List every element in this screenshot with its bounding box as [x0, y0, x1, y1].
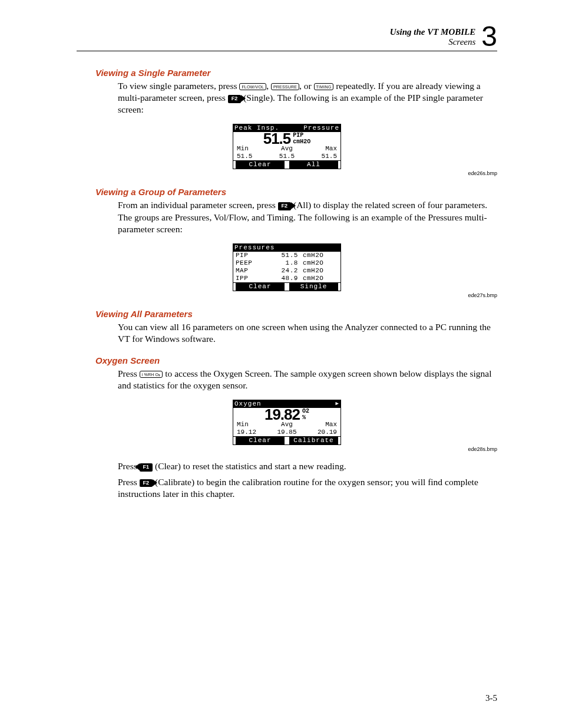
- para-oxygen-calibrate: Press F2 (Calibrate) to begin the calibr…: [118, 476, 495, 500]
- para-oxygen-clear: Press F1 (Clear) to reset the statistics…: [118, 460, 495, 472]
- key-f2: F2: [140, 479, 153, 487]
- arrow-right-icon: ▶: [336, 400, 339, 408]
- row-unit: cmH2O: [300, 259, 340, 267]
- lcd-big-value: 19.82: [265, 411, 300, 419]
- lcd-max-value: 20.19: [318, 429, 337, 436]
- figure-pressures-screen: Pressures PIP51.5cmH2O PEEP1.8cmH2O MAP2…: [233, 243, 341, 291]
- text: ,: [266, 81, 271, 91]
- para-oxygen-1: Press i %RH O₂ to access the Oxygen Scre…: [118, 368, 495, 391]
- header-subtitle: Screens: [77, 37, 497, 47]
- row-unit: cmH2O: [300, 267, 340, 275]
- lcd-title-right: Pressure: [303, 124, 339, 132]
- row-name: MAP: [233, 267, 267, 275]
- figure-caption-3: ede28s.bmp: [77, 446, 497, 452]
- row-name: PEEP: [233, 259, 267, 267]
- key-pressure: PRESSURE: [271, 83, 299, 90]
- text: Press: [118, 477, 140, 487]
- row-val: 24.2: [267, 267, 300, 275]
- lcd-unit: %: [302, 414, 306, 421]
- lcd-softkey-clear: Clear: [233, 161, 287, 169]
- row-unit: cmH2O: [300, 252, 340, 259]
- text: (Clear) to reset the statistics and star…: [153, 461, 346, 471]
- key-timing: TIMING: [314, 83, 334, 90]
- chapter-number: 3: [481, 25, 497, 48]
- text: , or: [299, 81, 314, 91]
- lcd-title: Oxygen: [234, 400, 262, 408]
- row-name: IPP: [233, 275, 267, 282]
- lcd-max-label: Max: [325, 421, 337, 429]
- row-val: 1.8: [267, 259, 300, 267]
- lcd-softkey-clear: Clear: [233, 437, 287, 444]
- lcd-title: Pressures: [234, 244, 275, 252]
- para-all: You can view all 16 parameters on one sc…: [118, 321, 495, 345]
- section-title-single: Viewing a Single Parameter: [95, 68, 497, 78]
- page-number: 3-5: [485, 693, 497, 703]
- lcd-param-table: PIP51.5cmH2O PEEP1.8cmH2O MAP24.2cmH2O I…: [233, 252, 340, 282]
- row-val: 48.9: [267, 275, 300, 282]
- key-f2: F2: [228, 95, 242, 103]
- text: From an individual parameter screen, pre…: [118, 200, 278, 210]
- section-title-group: Viewing a Group of Parameters: [95, 187, 497, 197]
- lcd-unit: cmH2O: [293, 139, 310, 145]
- lcd-softkey-all: All: [287, 161, 340, 169]
- lcd-unit-name: O2: [302, 408, 309, 414]
- text: (Calibrate) to begin the calibration rou…: [118, 477, 478, 499]
- text: To view single parameters, press: [118, 81, 239, 91]
- section-title-all: Viewing All Parameters: [95, 309, 497, 319]
- key-flowvol: FLOW/VOL: [239, 83, 266, 90]
- lcd-softkey-single: Single: [287, 283, 340, 291]
- lcd-max-value: 51.5: [322, 153, 337, 160]
- row-unit: cmH2O: [300, 275, 340, 282]
- lcd-softkey-calibrate: Calibrate: [287, 437, 340, 444]
- figure-caption-1: ede26s.bmp: [77, 170, 497, 176]
- lcd-min-label: Min: [237, 145, 249, 153]
- lcd-big-value: 51.5: [263, 135, 291, 143]
- figure-pip-screen: Peak Insp. Pressure 51.5 PIP cmH2O Min A…: [233, 124, 341, 169]
- para-single: To view single parameters, press FLOW/VO…: [118, 80, 495, 116]
- lcd-softkey-clear: Clear: [233, 283, 287, 291]
- figure-caption-2: ede27s.bmp: [77, 292, 497, 298]
- text: Press: [118, 368, 140, 378]
- header-title: Using the VT MOBILE: [77, 27, 497, 37]
- lcd-min-value: 19.12: [237, 429, 256, 436]
- row-val: 51.5: [267, 252, 300, 259]
- lcd-avg-value: 19.85: [277, 429, 296, 436]
- lcd-min-label: Min: [237, 421, 249, 429]
- header-rule: [77, 51, 497, 51]
- lcd-avg-label: Avg: [281, 421, 293, 429]
- key-f2: F2: [278, 202, 292, 210]
- lcd-min-value: 51.5: [237, 153, 252, 160]
- page-header: 3 Using the VT MOBILE Screens: [77, 27, 497, 47]
- text: to access the Oxygen Screen. The sample …: [118, 368, 491, 390]
- figure-oxygen-screen: Oxygen ▶ 19.82 O2 % Min Avg Max 19.12 19…: [233, 400, 341, 445]
- key-info-rh-o2: i %RH O₂: [140, 371, 163, 378]
- key-f1: F1: [140, 463, 153, 472]
- lcd-unit-name: PIP: [293, 132, 303, 139]
- lcd-avg-value: 51.5: [279, 153, 295, 160]
- lcd-avg-label: Avg: [281, 145, 293, 153]
- section-title-oxygen: Oxygen Screen: [95, 355, 497, 365]
- row-name: PIP: [233, 252, 267, 259]
- para-group: From an individual parameter screen, pre…: [118, 199, 495, 235]
- lcd-max-label: Max: [325, 145, 337, 153]
